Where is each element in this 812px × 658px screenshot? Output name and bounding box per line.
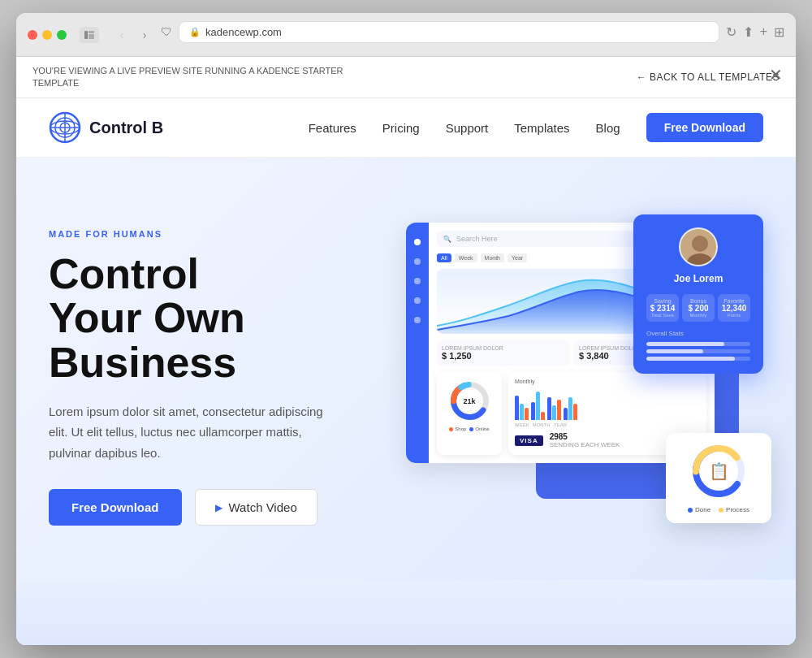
donut-wrapper: 21k (447, 379, 492, 423)
nav-templates[interactable]: Templates (514, 121, 569, 135)
maximize-traffic-light[interactable] (57, 30, 67, 40)
bar-group-3 (547, 397, 561, 420)
donut-label: 21k (463, 397, 475, 405)
filter-month[interactable]: Month (481, 253, 504, 262)
profile-bars (646, 342, 750, 361)
headline-line3: Business (49, 339, 236, 386)
new-tab-icon[interactable]: + (760, 24, 767, 39)
sidebar-dot-2 (414, 278, 421, 284)
bonus-label: Bonus (685, 298, 711, 304)
favorite-sub: Points (721, 313, 747, 318)
back-to-templates-link[interactable]: BACK TO ALL TEMPLATES (637, 71, 780, 83)
logo-icon (49, 111, 81, 144)
nav-blog[interactable]: Blog (596, 121, 620, 135)
done-label: Done (695, 506, 710, 513)
donut-legend: Shop Online (449, 426, 489, 431)
profile-bar-fill-1 (646, 342, 724, 346)
profile-section-title: Overall Stats (646, 330, 750, 337)
donut-chart-card: 21k Shop Online (437, 372, 502, 455)
bar-cyan-2 (536, 392, 540, 420)
site-logo: Control B (49, 111, 163, 144)
play-icon: ▶ (215, 502, 222, 513)
close-traffic-light[interactable] (28, 30, 37, 40)
favorite-value: 12,340 (721, 304, 747, 313)
lock-icon: 🔒 (189, 27, 201, 37)
legend-item-1: Shop (449, 426, 466, 431)
profile-stat-saving: Saving $ 2314 Total Save (646, 294, 679, 322)
hero-headline: Control Your Own Business (49, 252, 390, 385)
saving-label: Saving (650, 298, 676, 304)
browser-titlebar: ‹ › 🛡 🔒 kadencewp.com ↻ ⬆ + ⊞ (28, 21, 784, 50)
close-button[interactable]: ✕ (769, 65, 783, 84)
clipboard-icon: 📋 (709, 461, 729, 481)
nav-support[interactable]: Support (446, 121, 489, 135)
headline-line2: Your Own (49, 294, 245, 341)
dashboard-sidebar (406, 223, 429, 463)
window-controls (80, 27, 99, 43)
legend-done: Done (688, 506, 710, 513)
hero-description: Lorem ipsum dolor sit amet, consectetur … (49, 401, 325, 464)
profile-avatar (679, 227, 718, 266)
hero-buttons: Free Download ▶ Watch Video (49, 489, 390, 526)
payment-stats: 2985 SENDING EACH WEEK (550, 432, 620, 448)
share-icon[interactable]: ⬆ (743, 24, 754, 40)
profile-card: Joe Lorem Saving $ 2314 Total Save Bonus… (633, 214, 763, 374)
profile-stats: Saving $ 2314 Total Save Bonus $ 200 Mon… (646, 294, 750, 322)
filter-year[interactable]: Year (508, 253, 527, 262)
stat-card-1: LOREM IPSUM DOLOR $ 1,250 (437, 340, 569, 366)
profile-bar-row-3 (646, 357, 750, 361)
url-text: kadencewp.com (205, 26, 282, 38)
bar-cyan-3 (552, 405, 556, 420)
bonus-sub: Monthly (685, 313, 711, 318)
back-arrow[interactable]: ‹ (112, 27, 132, 43)
sidebar-dot-active (414, 239, 421, 245)
bar-label-3: YEAR (554, 422, 567, 427)
hero-left: MADE FOR HUMANS Control Your Own Busines… (49, 229, 390, 526)
address-bar[interactable]: 🔒 kadencewp.com (179, 21, 719, 43)
bottom-strip (16, 580, 796, 645)
filter-all[interactable]: All (437, 253, 451, 262)
bar-blue-1 (515, 396, 519, 420)
forward-arrow[interactable]: › (135, 27, 154, 43)
refresh-btn[interactable]: ↻ (726, 24, 736, 40)
payment-label: SENDING EACH WEEK (550, 441, 620, 448)
process-dot (719, 508, 723, 513)
nav-arrows: ‹ › (112, 27, 154, 43)
logo-text: Control B (89, 119, 163, 137)
hero-secondary-btn[interactable]: ▶ Watch Video (195, 489, 317, 526)
bar-legend: WEEK MONTH YEAR (515, 422, 700, 427)
sidebar-toggle-btn[interactable] (80, 27, 99, 43)
legend-item-2: Online (469, 426, 489, 431)
saving-value: $ 2314 (650, 304, 676, 313)
bar-group-1 (515, 396, 529, 420)
sidebar-dot-4 (414, 317, 421, 323)
nav-cta-button[interactable]: Free Download (646, 113, 763, 142)
nav-features[interactable]: Features (309, 121, 356, 135)
sidebar-dot-3 (414, 297, 421, 304)
nav-pricing[interactable]: Pricing (382, 121, 420, 135)
browser-content: ✕ YOU'RE VIEWING A LIVE PREVIEW SITE RUN… (16, 57, 796, 646)
process-donut-wrapper: 📋 (690, 443, 747, 500)
minimize-traffic-light[interactable] (42, 30, 52, 40)
hero-label: MADE FOR HUMANS (49, 229, 390, 239)
filter-week[interactable]: Week (455, 253, 477, 262)
bar-chart-title: Monthly (515, 379, 700, 384)
bar-blue-3 (547, 397, 551, 420)
headline-line1: Control (49, 250, 199, 297)
dashboard-search-text: Search Here (456, 235, 498, 243)
stat-label-1: LOREM IPSUM DOLOR (442, 345, 564, 351)
hero-primary-btn[interactable]: Free Download (49, 489, 182, 526)
website-content: Control B Features Pricing Support Templ… (16, 98, 796, 645)
done-dot (688, 508, 693, 513)
watch-video-label: Watch Video (229, 500, 297, 514)
hero-section: MADE FOR HUMANS Control Your Own Busines… (16, 158, 796, 580)
svg-rect-3 (89, 37, 94, 39)
grid-icon[interactable]: ⊞ (774, 24, 784, 40)
site-nav: Features Pricing Support Templates Blog … (309, 113, 763, 142)
bars-container (515, 387, 700, 420)
site-header: Control B Features Pricing Support Templ… (16, 98, 796, 158)
bar-label-2: MONTH (533, 422, 551, 427)
process-legend: Done Process (676, 506, 762, 513)
bonus-value: $ 200 (685, 304, 711, 313)
profile-bar-row-2 (646, 349, 750, 353)
